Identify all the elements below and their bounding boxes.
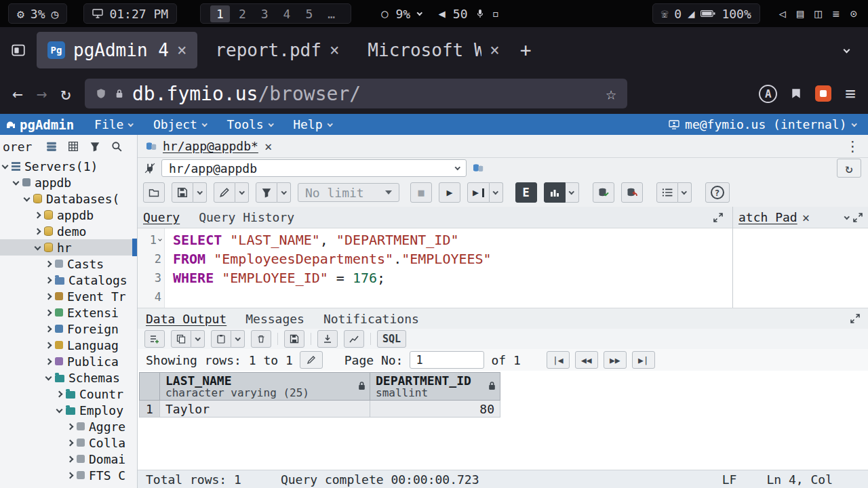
eol-indicator[interactable]: LF bbox=[722, 472, 737, 487]
back-button[interactable]: ← bbox=[12, 83, 23, 104]
tab-messages[interactable]: Messages bbox=[245, 312, 304, 326]
reset-layout-button[interactable]: ↻ bbox=[837, 159, 861, 178]
first-page-button[interactable]: |◀ bbox=[547, 351, 570, 369]
new-tab-button[interactable]: + bbox=[520, 39, 532, 62]
tree-item-demo[interactable]: demo bbox=[0, 223, 137, 239]
tree-expander-icon[interactable] bbox=[67, 455, 74, 462]
tree-expander-icon[interactable] bbox=[67, 472, 74, 479]
save-data-button[interactable] bbox=[284, 330, 304, 348]
tree-expander-icon[interactable] bbox=[45, 373, 52, 380]
apps-icon[interactable]: ▤ bbox=[797, 7, 804, 20]
help-button[interactable]: ? bbox=[705, 182, 730, 203]
tab-query-history[interactable]: Query History bbox=[199, 210, 294, 224]
rollback-button[interactable] bbox=[621, 182, 643, 203]
tree-expander-icon[interactable] bbox=[45, 293, 52, 300]
sql-code[interactable]: SELECT "LAST_NAME", "DEPARTMENT_ID"FROM … bbox=[165, 228, 732, 308]
close-tab-icon[interactable]: × bbox=[177, 41, 186, 60]
close-tab-icon[interactable]: × bbox=[330, 41, 339, 60]
filter-icon[interactable] bbox=[90, 141, 100, 152]
edit-button[interactable] bbox=[214, 182, 235, 203]
tree-item-appdb[interactable]: appdb bbox=[0, 207, 137, 223]
new-connection-icon[interactable] bbox=[473, 163, 484, 174]
tree-item-hr[interactable]: hr bbox=[0, 239, 137, 256]
column-header-department_id[interactable]: DEPARTMENT_IDsmallint bbox=[370, 373, 500, 401]
filter-options-dropdown[interactable] bbox=[277, 182, 291, 203]
tree-item-domai[interactable]: Domai bbox=[0, 451, 137, 467]
menu-help[interactable]: Help bbox=[293, 117, 332, 131]
tree-expander-icon[interactable] bbox=[45, 260, 52, 267]
workspace-5[interactable]: 5 bbox=[299, 5, 319, 22]
sql-editor[interactable]: 1234 SELECT "LAST_NAME", "DEPARTMENT_ID"… bbox=[138, 228, 732, 308]
tree-expander-icon[interactable] bbox=[45, 342, 52, 348]
show-sql-button[interactable]: SQL bbox=[377, 330, 406, 348]
tree-item-databases-[interactable]: Databases( bbox=[0, 190, 137, 207]
account-icon[interactable]: A bbox=[759, 85, 777, 103]
data-row[interactable]: 1Taylor80 bbox=[140, 401, 500, 418]
scratch-pad-editor[interactable] bbox=[733, 228, 868, 308]
grid-view-icon[interactable] bbox=[68, 141, 79, 152]
user-menu[interactable]: me@fymio.us (internal) bbox=[669, 117, 856, 131]
tab-query[interactable]: Query bbox=[143, 210, 180, 224]
connect-server-icon[interactable] bbox=[46, 141, 57, 152]
results-grid[interactable]: LAST_NAMEcharacter varying (25)DEPARTMEN… bbox=[139, 372, 500, 418]
last-page-button[interactable]: ▶| bbox=[632, 351, 655, 369]
tree-expander-icon[interactable] bbox=[35, 243, 41, 250]
querytool-tab[interactable]: hr/app@appdb* × bbox=[146, 139, 272, 154]
data-cell[interactable]: Taylor bbox=[160, 401, 370, 418]
connection-select[interactable]: hr/app@appdb bbox=[161, 159, 467, 177]
execute-button[interactable]: ▶ bbox=[439, 182, 460, 203]
workspace-switcher[interactable]: 12345… bbox=[200, 3, 351, 24]
save-file-button[interactable] bbox=[172, 182, 193, 203]
tree-item-countr[interactable]: Countr bbox=[0, 386, 137, 402]
tree-expander-icon[interactable] bbox=[56, 406, 63, 413]
tree-item-publica[interactable]: Publica bbox=[0, 353, 137, 369]
expand-output-icon[interactable] bbox=[850, 314, 860, 323]
data-cell[interactable]: 80 bbox=[370, 401, 500, 418]
tree-item-languag[interactable]: Languag bbox=[0, 337, 137, 353]
expand-scratchpad-icon[interactable] bbox=[853, 213, 863, 222]
tree-expander-icon[interactable] bbox=[24, 195, 31, 201]
workspace-4[interactable]: 4 bbox=[277, 5, 297, 22]
tree-expander-icon[interactable] bbox=[35, 211, 41, 218]
menu-object[interactable]: Object bbox=[153, 117, 207, 131]
tree-expander-icon[interactable] bbox=[67, 423, 74, 430]
row-number-cell[interactable]: 1 bbox=[140, 401, 160, 418]
edit-options-dropdown[interactable] bbox=[235, 182, 249, 203]
tree-item-colla[interactable]: Colla bbox=[0, 434, 137, 451]
tree-item-foreign[interactable]: Foreign bbox=[0, 321, 137, 337]
tree-item-servers-1-[interactable]: Servers(1) bbox=[0, 158, 137, 174]
menu-file[interactable]: File bbox=[94, 117, 133, 131]
tree-item-extensi[interactable]: Extensi bbox=[0, 304, 137, 321]
tree-item-event-tr[interactable]: Event Tr bbox=[0, 288, 137, 304]
menu-lines-icon[interactable]: ≡ bbox=[833, 7, 840, 20]
stop-button[interactable]: ■ bbox=[410, 182, 432, 203]
tree-expander-icon[interactable] bbox=[45, 325, 52, 332]
menu-tools[interactable]: Tools bbox=[226, 117, 273, 131]
app-menu-icon[interactable]: ≡ bbox=[845, 83, 856, 104]
expand-editor-icon[interactable] bbox=[713, 213, 723, 222]
workspace-…[interactable]: … bbox=[321, 5, 341, 22]
column-header-last_name[interactable]: LAST_NAMEcharacter varying (25) bbox=[160, 373, 370, 401]
extension-icon[interactable] bbox=[815, 85, 831, 102]
tree-item-aggre[interactable]: Aggre bbox=[0, 418, 137, 434]
browser-tab-report[interactable]: report.pdf × bbox=[204, 32, 350, 68]
delete-row-button[interactable] bbox=[251, 330, 271, 348]
workspace-1[interactable]: 1 bbox=[210, 5, 230, 22]
next-page-button[interactable]: ▶▶ bbox=[604, 351, 627, 369]
tree-expander-icon[interactable] bbox=[56, 390, 63, 397]
add-row-button[interactable] bbox=[144, 330, 165, 348]
firefox-view-button[interactable] bbox=[7, 39, 30, 62]
page-number-input[interactable] bbox=[410, 351, 484, 369]
tab-notifications[interactable]: Notifications bbox=[323, 312, 419, 326]
tree-item-schemas[interactable]: Schemas bbox=[0, 369, 137, 386]
macros-button[interactable] bbox=[656, 182, 678, 203]
commit-button[interactable] bbox=[593, 182, 614, 203]
tree-expander-icon[interactable] bbox=[13, 178, 20, 185]
save-options-dropdown[interactable] bbox=[193, 182, 207, 203]
tab-overflow-chevron[interactable] bbox=[844, 46, 850, 53]
search-icon[interactable] bbox=[111, 141, 122, 152]
open-file-button[interactable] bbox=[143, 182, 165, 203]
tree-expander-icon[interactable] bbox=[35, 228, 41, 235]
tree-item-fts-c[interactable]: FTS C bbox=[0, 467, 137, 483]
tree-item-catalogs[interactable]: Catalogs bbox=[0, 272, 137, 288]
